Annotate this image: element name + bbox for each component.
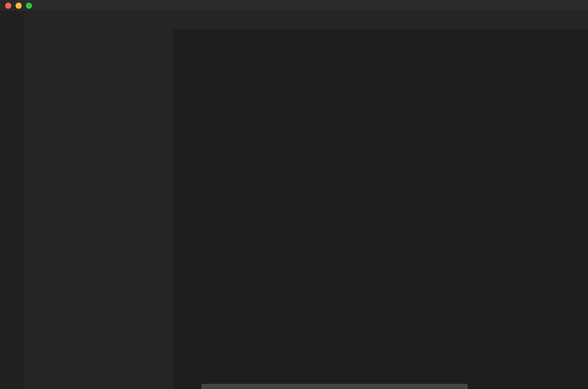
close-window-button[interactable] (5, 3, 11, 9)
horizontal-scrollbar[interactable] (202, 384, 588, 389)
code-editor[interactable] (174, 29, 588, 389)
horizontal-scrollbar-thumb[interactable] (202, 384, 468, 389)
activity-bar (0, 11, 25, 389)
vscode-window (0, 0, 588, 389)
minimize-window-button[interactable] (16, 3, 22, 9)
editor-group (174, 11, 588, 389)
window-controls (5, 3, 32, 9)
tab-bar (174, 11, 588, 29)
sidebar-title (25, 11, 173, 27)
zoom-window-button[interactable] (26, 3, 32, 9)
explorer-sidebar (25, 11, 173, 389)
titlebar (0, 0, 588, 11)
